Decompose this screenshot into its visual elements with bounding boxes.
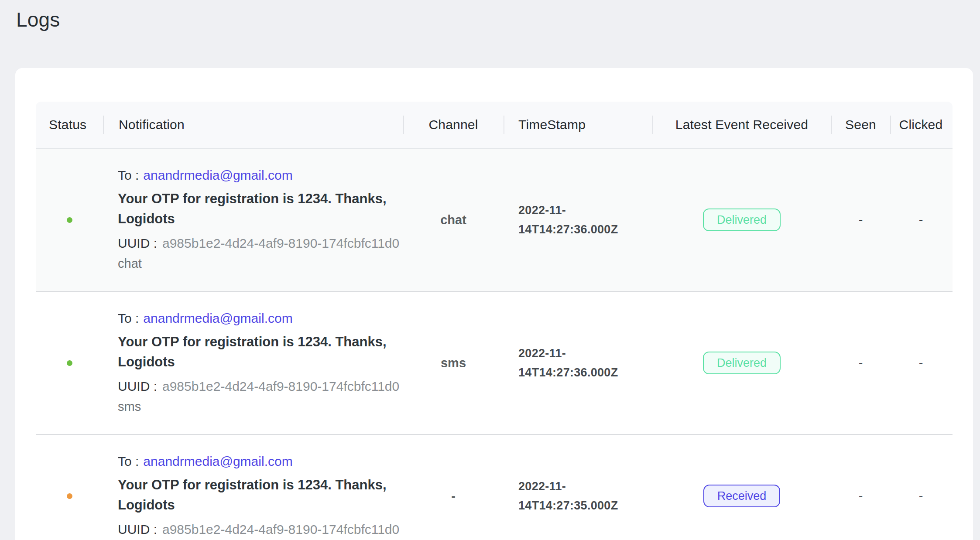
clicked-cell: - [890, 149, 952, 291]
timestamp-cell: 2022-11-14T14:27:35.000Z [504, 435, 652, 540]
notification-message: Your OTP for registration is 1234. Thank… [118, 189, 388, 229]
status-cell [36, 435, 103, 540]
logs-card: Status Notification Channel TimeStamp La… [15, 68, 973, 540]
log-row[interactable]: To :anandrmedia@gmail.com Your OTP for r… [36, 435, 953, 540]
page-title: Logs [16, 8, 60, 31]
latest-event-cell: Delivered [652, 149, 831, 291]
latest-event-cell: Delivered [652, 292, 831, 434]
received-badge: Received [703, 485, 781, 507]
status-dot [67, 217, 72, 223]
timestamp-value: 2022-11-14T14:27:36.000Z [518, 201, 627, 239]
notification-cell: To :anandrmedia@gmail.com Your OTP for r… [103, 149, 403, 291]
clicked-cell: - [890, 292, 952, 434]
recipient-email-link[interactable]: anandrmedia@gmail.com [143, 311, 292, 325]
notification-message: Your OTP for registration is 1234. Thank… [118, 332, 388, 372]
recipient-line: To :anandrmedia@gmail.com [118, 308, 403, 328]
notification-cell: To :anandrmedia@gmail.com Your OTP for r… [103, 435, 403, 540]
timestamp-value: 2022-11-14T14:27:35.000Z [518, 477, 627, 515]
delivered-badge: Delivered [703, 352, 781, 374]
uuid-value: a985b1e2-4d24-4af9-8190-174fcbfc11d0 [162, 236, 399, 250]
timestamp-value: 2022-11-14T14:27:36.000Z [518, 344, 627, 382]
recipient-email-link[interactable]: anandrmedia@gmail.com [143, 454, 292, 468]
status-dot [67, 360, 72, 366]
table-header: Status Notification Channel TimeStamp La… [36, 102, 953, 149]
logs-table: Status Notification Channel TimeStamp La… [36, 102, 953, 540]
latest-event-cell: Received [652, 435, 831, 540]
uuid-label: UUID : [118, 236, 157, 250]
column-header-timestamp: TimeStamp [504, 102, 652, 148]
recipient-email-link[interactable]: anandrmedia@gmail.com [143, 168, 292, 182]
seen-cell: - [831, 149, 890, 291]
status-cell [36, 292, 103, 434]
notification-type: sms [118, 396, 403, 417]
to-label: To : [118, 454, 139, 468]
clicked-cell: - [890, 435, 952, 540]
delivered-badge: Delivered [703, 208, 781, 231]
uuid-line: UUID :a985b1e2-4d24-4af9-8190-174fcbfc11… [118, 519, 403, 540]
log-row[interactable]: To :anandrmedia@gmail.com Your OTP for r… [36, 292, 953, 435]
uuid-line: UUID :a985b1e2-4d24-4af9-8190-174fcbfc11… [118, 376, 403, 396]
timestamp-cell: 2022-11-14T14:27:36.000Z [504, 292, 652, 434]
channel-cell: - [403, 435, 504, 540]
status-cell [36, 149, 103, 291]
timestamp-cell: 2022-11-14T14:27:36.000Z [504, 149, 652, 291]
uuid-label: UUID : [118, 522, 157, 537]
notification-type: chat [118, 253, 403, 273]
notification-message: Your OTP for registration is 1234. Thank… [118, 475, 388, 515]
seen-cell: - [831, 292, 890, 434]
recipient-line: To :anandrmedia@gmail.com [118, 165, 403, 185]
log-row[interactable]: To :anandrmedia@gmail.com Your OTP for r… [36, 149, 953, 292]
column-header-clicked: Clicked [890, 102, 952, 148]
status-dot [67, 493, 72, 499]
column-header-channel: Channel [403, 102, 504, 148]
column-header-notification: Notification [103, 102, 403, 148]
column-header-seen: Seen [831, 102, 890, 148]
to-label: To : [118, 311, 139, 325]
uuid-value: a985b1e2-4d24-4af9-8190-174fcbfc11d0 [162, 522, 399, 537]
uuid-label: UUID : [118, 379, 157, 393]
recipient-line: To :anandrmedia@gmail.com [118, 451, 403, 472]
channel-cell: chat [403, 149, 504, 291]
column-header-latest-event: Latest Event Received [652, 102, 831, 148]
notification-cell: To :anandrmedia@gmail.com Your OTP for r… [103, 292, 403, 434]
uuid-line: UUID :a985b1e2-4d24-4af9-8190-174fcbfc11… [118, 233, 403, 253]
uuid-value: a985b1e2-4d24-4af9-8190-174fcbfc11d0 [162, 379, 399, 393]
to-label: To : [118, 168, 139, 182]
channel-cell: sms [403, 292, 504, 434]
column-header-status: Status [36, 102, 103, 148]
seen-cell: - [831, 435, 890, 540]
